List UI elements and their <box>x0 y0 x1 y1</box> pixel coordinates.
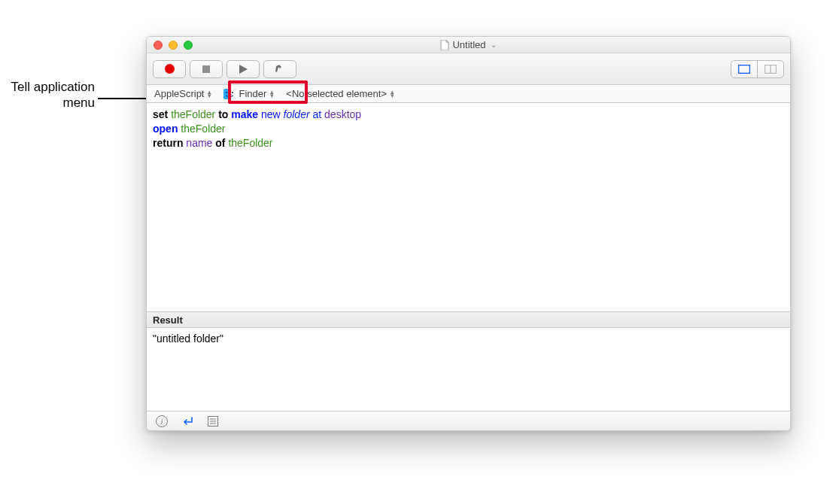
result-header: Result <box>147 311 790 328</box>
view-mode-editor-button[interactable] <box>731 60 758 78</box>
titlebar: Untitled ⌄ <box>147 37 790 53</box>
document-icon <box>440 40 449 50</box>
svg-rect-5 <box>230 89 236 99</box>
list-icon <box>208 416 218 427</box>
title-chevron-icon: ⌄ <box>491 41 497 49</box>
zoom-button[interactable] <box>184 41 193 50</box>
toolbar <box>147 53 790 85</box>
record-button[interactable] <box>153 60 186 78</box>
annotation-label: Tell application menu <box>5 79 95 111</box>
element-popup[interactable]: <No selected element> ▴▾ <box>283 87 397 100</box>
accessory-view-icon <box>765 65 777 74</box>
sort-arrows-icon: ▴▾ <box>391 90 394 98</box>
hammer-icon <box>275 64 285 74</box>
window-title[interactable]: Untitled ⌄ <box>147 39 790 50</box>
window-title-text: Untitled <box>452 39 485 50</box>
view-mode-segmented <box>731 60 784 78</box>
stop-button[interactable] <box>190 60 223 78</box>
result-value: "untitled folder" <box>153 332 223 345</box>
svg-rect-0 <box>202 65 210 73</box>
window-controls <box>154 41 193 50</box>
script-editor-window: Untitled ⌄ <box>146 36 791 431</box>
svg-point-7 <box>232 92 233 93</box>
sort-arrows-icon: ▴▾ <box>270 90 274 98</box>
result-body[interactable]: "untitled folder" <box>147 328 790 411</box>
compile-button[interactable] <box>263 60 296 78</box>
script-editor-area[interactable]: set theFolder to make new folder at desk… <box>147 103 790 311</box>
script-line: return name of theFolder <box>153 136 784 150</box>
view-mode-accessory-button[interactable] <box>757 60 784 78</box>
record-icon <box>165 64 175 74</box>
log-tab-button[interactable] <box>205 414 220 429</box>
tell-application-popup[interactable]: Finder ▴▾ <box>219 87 278 101</box>
run-button[interactable] <box>226 60 260 78</box>
result-tab-button[interactable] <box>180 414 195 429</box>
svg-rect-1 <box>739 65 750 73</box>
bottom-bar: i <box>147 411 790 430</box>
language-popup[interactable]: AppleScript ▴▾ <box>151 87 214 100</box>
finder-icon <box>223 88 236 100</box>
editor-view-icon <box>738 65 750 74</box>
description-button[interactable]: i <box>154 414 169 429</box>
script-line: set theFolder to make new folder at desk… <box>153 108 784 122</box>
sort-arrows-icon: ▴▾ <box>208 90 211 98</box>
info-icon: i <box>156 415 168 427</box>
navigation-bar: AppleScript ▴▾ Finder ▴▾ <No selected el… <box>147 85 790 103</box>
application-label: Finder <box>239 88 266 99</box>
svg-point-6 <box>226 92 227 93</box>
script-line: open theFolder <box>153 122 784 136</box>
element-label: <No selected element> <box>286 88 387 99</box>
minimize-button[interactable] <box>169 41 178 50</box>
play-icon <box>239 65 248 74</box>
return-arrow-icon <box>181 416 193 427</box>
close-button[interactable] <box>154 41 163 50</box>
stop-icon <box>202 65 211 74</box>
language-label: AppleScript <box>154 88 204 99</box>
